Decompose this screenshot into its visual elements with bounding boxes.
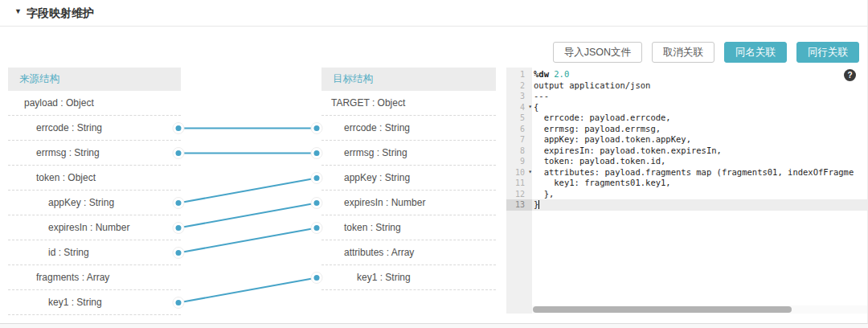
source-structure-panel: 来源结构 payload : Objecterrcode : Stringerr… xyxy=(8,68,181,315)
import-json-button[interactable]: 导入JSON文件 xyxy=(553,42,642,63)
code-line: { xyxy=(532,102,867,113)
gutter-line-number: 6 xyxy=(506,124,532,135)
target-field-row[interactable]: TARGET : Object xyxy=(321,91,496,116)
target-field-row[interactable]: appKey : String xyxy=(321,166,496,191)
gutter-line-number: 9 xyxy=(506,156,532,167)
gutter-line-number: 7 xyxy=(506,134,532,146)
code-line: } xyxy=(532,199,867,211)
page-title: 字段映射维护 xyxy=(27,6,94,21)
target-field-row[interactable]: expiresIn : Number xyxy=(321,191,496,215)
editor-horizontal-scrollbar[interactable] xyxy=(532,305,867,314)
source-field-row[interactable]: errcode : String xyxy=(8,116,181,141)
target-connector-dot[interactable] xyxy=(311,273,322,284)
code-line: key1: fragments01.key1, xyxy=(532,178,867,189)
target-field-row[interactable]: token : String xyxy=(321,215,496,240)
source-field-row[interactable]: expiresIn : Number xyxy=(8,215,181,240)
code-line: token: payload.token.id, xyxy=(532,156,867,167)
code-line: attributes: payload.fragments map (fragm… xyxy=(532,167,867,178)
mapping-wire[interactable] xyxy=(178,228,317,253)
target-structure-panel: 目标结构 TARGET : Objecterrcode : Stringerrm… xyxy=(321,68,496,290)
code-line: --- xyxy=(532,91,867,102)
cancel-mapping-button[interactable]: 取消关联 xyxy=(652,42,714,63)
mapping-toolbar: 导入JSON文件取消关联同名关联同行关联 xyxy=(553,42,859,63)
target-field-row[interactable]: errcode : String xyxy=(321,116,496,141)
source-field-row[interactable]: id : String xyxy=(8,240,181,265)
code-line: expiresIn: payload.token.expiresIn, xyxy=(532,146,867,157)
source-field-row[interactable]: key1 : String xyxy=(8,290,181,315)
mapping-wire[interactable] xyxy=(178,203,317,228)
code-line: errcode: payload.errcode, xyxy=(532,113,867,124)
target-field-row[interactable]: errmsg : String xyxy=(321,141,496,166)
mapping-wire[interactable] xyxy=(178,178,317,203)
source-field-row[interactable]: token : Object xyxy=(8,166,181,191)
source-field-row[interactable]: appKey : String xyxy=(8,191,181,215)
scrollbar-thumb[interactable] xyxy=(533,306,792,313)
same-row-mapping-button[interactable]: 同行关联 xyxy=(796,42,859,63)
target-connector-dot[interactable] xyxy=(311,148,322,159)
code-line: appKey: payload.token.appKey, xyxy=(532,134,867,146)
gutter-line-number: 10▾ xyxy=(506,167,532,178)
code-line: }, xyxy=(532,189,867,200)
same-name-mapping-button[interactable]: 同名关联 xyxy=(724,42,787,63)
target-connector-dot[interactable] xyxy=(311,173,322,184)
gutter-line-number: 1 xyxy=(506,69,532,80)
dataweave-editor[interactable]: 1234▾5678910▾111213 %dw 2.0output applic… xyxy=(506,68,867,314)
field-mapping-card: ▼ 字段映射维护 导入JSON文件取消关联同名关联同行关联 来源结构 paylo… xyxy=(0,0,868,324)
mapping-wire[interactable] xyxy=(178,278,317,303)
target-connector-dot[interactable] xyxy=(311,123,322,134)
source-panel-title: 来源结构 xyxy=(8,68,181,91)
source-field-row[interactable]: fragments : Array xyxy=(8,265,181,290)
gutter-line-number: 2 xyxy=(506,80,532,92)
gutter-line-number: 5 xyxy=(506,113,532,124)
section-titlebar: ▼ 字段映射维护 xyxy=(0,0,867,27)
source-field-row[interactable]: payload : Object xyxy=(8,91,181,116)
source-field-row[interactable]: errmsg : String xyxy=(8,141,181,166)
target-field-row[interactable]: attributes : Array xyxy=(321,240,496,265)
editor-gutter: 1234▾5678910▾111213 xyxy=(506,68,532,314)
code-line: output application/json xyxy=(532,80,867,92)
gutter-line-number: 11 xyxy=(506,178,532,189)
target-connector-dot[interactable] xyxy=(311,198,322,209)
code-line: %dw 2.0 xyxy=(532,69,867,80)
gutter-line-number: 3 xyxy=(506,91,532,102)
collapse-caret-icon[interactable]: ▼ xyxy=(14,7,22,15)
gutter-line-number: 4▾ xyxy=(506,102,532,113)
gutter-line-number: 13 xyxy=(506,199,532,211)
code-line: errmsg: payload.errmsg, xyxy=(532,124,867,135)
text-cursor xyxy=(538,200,539,209)
gutter-line-number: 8 xyxy=(506,146,532,157)
help-icon[interactable]: ? xyxy=(844,69,856,81)
target-field-row[interactable]: key1 : String xyxy=(321,265,496,290)
target-connector-dot[interactable] xyxy=(311,223,322,234)
target-panel-title: 目标结构 xyxy=(321,68,496,91)
editor-code-area[interactable]: %dw 2.0output application/json---{ errco… xyxy=(532,68,867,305)
gutter-line-number: 12 xyxy=(506,189,532,200)
